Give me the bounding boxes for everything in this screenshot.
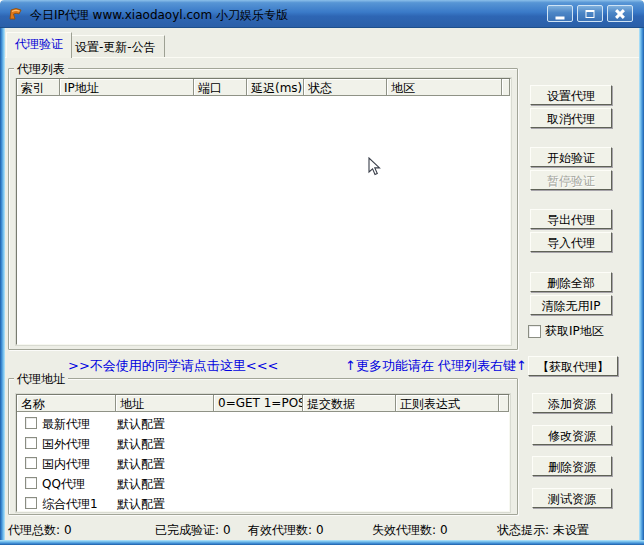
more-features-hint: ↑更多功能请在 代理列表右键↑ <box>345 357 527 375</box>
source-row-qq[interactable]: QQ代理 默认配置 <box>17 474 509 494</box>
source-address: 默认配置 <box>117 436 165 453</box>
clear-unused-button[interactable]: 清除无用IP <box>530 295 612 315</box>
column-header-filler <box>502 79 510 96</box>
tab-proxy-verify[interactable]: 代理验证 <box>6 32 72 58</box>
window-border-left <box>0 28 5 545</box>
row-checkbox-icon[interactable] <box>25 457 37 469</box>
minimize-icon <box>556 16 565 19</box>
status-value: 0 <box>223 523 231 537</box>
get-region-label: 获取IP地区 <box>545 323 604 340</box>
column-header-status[interactable]: 状态 <box>304 79 387 96</box>
source-address: 默认配置 <box>117 456 165 473</box>
status-label: 有效代理数: <box>248 523 312 537</box>
status-label: 代理总数: <box>8 523 60 537</box>
start-verify-button[interactable]: 开始验证 <box>530 147 612 167</box>
status-value: 未设置 <box>553 523 589 537</box>
source-name: 最新代理 <box>42 416 90 433</box>
source-name: 综合代理1 <box>42 496 98 513</box>
tab-label: 设置-更新-公告 <box>75 40 156 54</box>
source-name: 国内代理 <box>42 456 90 473</box>
sources-table[interactable]: 名称 地址 0=GET 1=POST 提交数据 正则表达式 最新代理 默认配置 … <box>16 394 510 512</box>
column-header-index[interactable]: 索引 <box>17 79 60 96</box>
column-header-ip[interactable]: IP地址 <box>60 79 194 96</box>
set-proxy-button[interactable]: 设置代理 <box>530 85 612 105</box>
status-valid: 有效代理数: 0 <box>248 522 324 539</box>
tab-label: 代理验证 <box>15 37 63 51</box>
source-row-domestic[interactable]: 国内代理 默认配置 <box>17 454 509 474</box>
source-row-foreign[interactable]: 国外代理 默认配置 <box>17 434 509 454</box>
status-label: 状态提示: <box>497 523 549 537</box>
minimize-button[interactable] <box>547 5 573 22</box>
source-name: 国外代理 <box>42 436 90 453</box>
window-border-bottom <box>0 540 644 545</box>
row-checkbox-icon[interactable] <box>25 497 37 509</box>
get-proxy-button[interactable]: 【获取代理】 <box>528 356 618 376</box>
import-proxy-button[interactable]: 导入代理 <box>530 232 612 252</box>
column-header-region[interactable]: 地区 <box>387 79 502 96</box>
status-value: 0 <box>440 523 448 537</box>
source-address: 默认配置 <box>117 476 165 493</box>
source-address: 默认配置 <box>117 496 165 513</box>
row-checkbox-icon[interactable] <box>25 417 37 429</box>
tab-panel-edge <box>5 57 639 58</box>
maximize-icon <box>586 10 595 18</box>
app-icon <box>8 6 24 22</box>
column-header-name[interactable]: 名称 <box>17 395 116 412</box>
status-value: 0 <box>316 523 324 537</box>
proxy-list-group-label: 代理列表 <box>14 61 68 78</box>
window-title: 今日IP代理 www.xiaodaoyl.com 小刀娱乐专版 <box>30 7 288 24</box>
mouse-cursor <box>368 157 381 177</box>
sources-group-label: 代理地址 <box>14 371 68 388</box>
source-address: 默认配置 <box>117 416 165 433</box>
column-header-postdata[interactable]: 提交数据 <box>303 395 396 412</box>
proxy-list-table[interactable]: 索引 IP地址 端口 延迟(ms) 状态 地区 <box>16 78 511 345</box>
column-header-latency[interactable]: 延迟(ms) <box>247 79 304 96</box>
row-checkbox-icon[interactable] <box>25 437 37 449</box>
app-window: 今日IP代理 www.xiaodaoyl.com 小刀娱乐专版 代理验证 设置-… <box>0 0 644 545</box>
close-button[interactable] <box>607 5 633 22</box>
source-row-mixed1[interactable]: 综合代理1 默认配置 <box>17 494 509 514</box>
column-header-address[interactable]: 地址 <box>116 395 214 412</box>
tab-settings-update[interactable]: 设置-更新-公告 <box>66 35 165 58</box>
get-region-checkbox[interactable]: 获取IP地区 <box>528 323 604 340</box>
status-label: 已完成验证: <box>155 523 219 537</box>
column-header-filler <box>499 395 509 412</box>
status-completed: 已完成验证: 0 <box>155 522 231 539</box>
add-source-button[interactable]: 添加资源 <box>532 393 612 413</box>
title-bar: 今日IP代理 www.xiaodaoyl.com 小刀娱乐专版 <box>0 0 644 28</box>
test-source-button[interactable]: 测试资源 <box>532 488 612 508</box>
checkbox-icon <box>528 325 541 338</box>
window-border-right <box>639 28 644 545</box>
status-invalid: 失效代理数: 0 <box>372 522 448 539</box>
column-header-method[interactable]: 0=GET 1=POST <box>214 395 303 412</box>
pause-verify-button: 暂停验证 <box>530 170 612 190</box>
maximize-button[interactable] <box>577 5 603 22</box>
sources-header: 名称 地址 0=GET 1=POST 提交数据 正则表达式 <box>17 395 509 412</box>
click-here-link[interactable]: >>不会使用的同学请点击这里<<< <box>68 357 278 375</box>
modify-source-button[interactable]: 修改资源 <box>532 425 612 445</box>
row-checkbox-icon[interactable] <box>25 477 37 489</box>
source-row-latest[interactable]: 最新代理 默认配置 <box>17 414 509 434</box>
delete-source-button[interactable]: 删除资源 <box>532 456 612 476</box>
column-header-regex[interactable]: 正则表达式 <box>396 395 499 412</box>
export-proxy-button[interactable]: 导出代理 <box>530 209 612 229</box>
cancel-proxy-button[interactable]: 取消代理 <box>530 108 612 128</box>
status-hint: 状态提示: 未设置 <box>497 522 589 539</box>
source-name: QQ代理 <box>42 476 85 493</box>
proxy-list-header: 索引 IP地址 端口 延迟(ms) 状态 地区 <box>17 79 510 96</box>
status-value: 0 <box>64 523 72 537</box>
column-header-port[interactable]: 端口 <box>194 79 247 96</box>
status-total: 代理总数: 0 <box>8 522 72 539</box>
status-label: 失效代理数: <box>372 523 436 537</box>
close-icon <box>615 8 626 19</box>
delete-all-button[interactable]: 删除全部 <box>530 272 612 292</box>
